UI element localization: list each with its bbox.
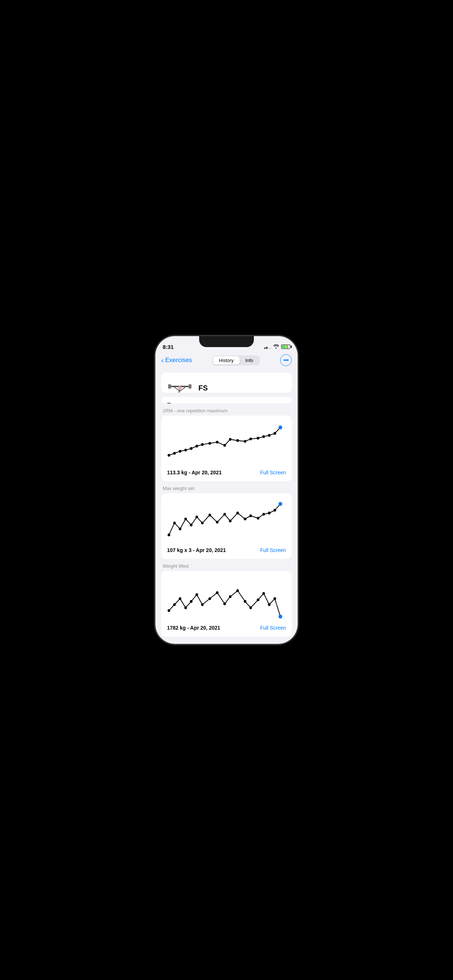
exercise-figure-svg [167, 379, 193, 393]
svg-point-29 [279, 425, 282, 430]
chart-maxweight-svg [167, 499, 286, 543]
svg-point-3 [178, 386, 182, 390]
svg-point-58 [223, 602, 226, 605]
svg-point-60 [236, 589, 239, 592]
svg-point-17 [201, 443, 204, 446]
svg-point-56 [209, 597, 211, 600]
svg-point-47 [274, 509, 276, 512]
phone-screen: 8:31 ⚡ [155, 336, 298, 644]
svg-point-21 [229, 438, 231, 441]
chart-1rm-fullscreen[interactable]: Full Screen [260, 469, 286, 476]
chart-1rm-label: 1RM - one repetition maximum [161, 408, 292, 415]
exercise-header: FS Barbell Front Squat Unpin from Home S… [161, 372, 292, 393]
chart-weightlifted-section: Weight lifted 1782 kg - Apr 20, 2021 Ful… [161, 563, 292, 636]
svg-point-61 [244, 600, 246, 603]
range-value[interactable]: Jan 28, 2021 – Apr 28, 2021 [190, 402, 286, 404]
svg-point-32 [179, 528, 181, 530]
svg-point-23 [244, 440, 246, 443]
svg-point-49 [168, 609, 170, 612]
svg-point-30 [168, 533, 170, 536]
svg-point-26 [262, 435, 265, 438]
notch [199, 336, 254, 347]
svg-point-40 [229, 520, 231, 522]
svg-point-41 [236, 512, 239, 514]
svg-point-15 [190, 447, 193, 450]
svg-rect-1 [168, 384, 171, 389]
svg-point-54 [196, 593, 198, 596]
svg-point-14 [184, 449, 187, 452]
back-button[interactable]: ‹ Exercises [161, 356, 192, 364]
svg-point-16 [196, 445, 198, 448]
chart-maxweight-section: Max weight set 107 kg x 3 - Apr 20, 2021… [161, 485, 292, 559]
svg-point-39 [223, 513, 226, 516]
svg-point-38 [216, 520, 219, 523]
svg-point-53 [190, 600, 193, 603]
svg-point-55 [201, 603, 204, 606]
chart-maxweight-card: 107 kg x 3 - Apr 20, 2021 Full Screen [161, 493, 292, 559]
svg-point-37 [209, 514, 211, 517]
svg-point-59 [229, 595, 231, 598]
svg-point-18 [209, 442, 211, 445]
range-label: Range [167, 402, 184, 404]
status-icons: ⚡ [265, 344, 290, 350]
battery-bolt: ⚡ [284, 345, 288, 348]
svg-point-43 [249, 514, 252, 517]
signal-bars [265, 345, 271, 349]
signal-bar-4 [270, 347, 271, 349]
chart-maxweight-fullscreen[interactable]: Full Screen [260, 547, 286, 553]
svg-point-20 [223, 444, 226, 447]
chart-1rm-footer: 113.3 kg - Apr 20, 2021 Full Screen [167, 469, 286, 476]
tab-info[interactable]: Info [239, 356, 259, 364]
status-time: 8:31 [163, 344, 174, 350]
svg-point-36 [201, 522, 204, 525]
phone-frame: 8:31 ⚡ [155, 336, 298, 644]
chart-1rm-svg [167, 422, 286, 465]
chart-1rm-section: 1RM - one repetition maximum 113.3 kg - … [161, 408, 292, 481]
signal-bar-1 [265, 347, 266, 349]
more-dots-icon: ••• [283, 357, 289, 363]
svg-point-62 [249, 606, 252, 609]
battery-icon: ⚡ [281, 345, 290, 349]
signal-bar-3 [268, 347, 269, 349]
scroll-content[interactable]: FS Barbell Front Squat Unpin from Home S… [155, 368, 298, 644]
chart-maxweight-label: Max weight set [161, 485, 292, 493]
svg-point-35 [196, 515, 198, 519]
range-row: Range Jan 28, 2021 – Apr 28, 2021 [161, 397, 292, 404]
svg-point-22 [236, 439, 239, 442]
svg-point-13 [179, 450, 181, 453]
svg-point-51 [179, 597, 181, 600]
chart-weightlifted-footer: 1782 kg - Apr 20, 2021 Full Screen [167, 625, 286, 631]
svg-point-12 [173, 452, 176, 455]
more-button[interactable]: ••• [280, 355, 292, 366]
svg-point-19 [216, 441, 219, 444]
chart-1rm-card: 113.3 kg - Apr 20, 2021 Full Screen [161, 415, 292, 481]
svg-point-50 [173, 603, 176, 606]
svg-point-66 [274, 597, 276, 600]
svg-point-44 [257, 517, 259, 520]
svg-rect-2 [188, 384, 191, 389]
svg-point-42 [244, 518, 246, 520]
svg-point-34 [190, 523, 193, 527]
back-label: Exercises [165, 356, 192, 364]
exercise-info: FS Barbell Front Squat [167, 379, 286, 393]
chart-maxweight-footer: 107 kg x 3 - Apr 20, 2021 Full Screen [167, 547, 286, 553]
exercise-text: FS Barbell Front Squat [198, 384, 249, 393]
svg-point-63 [257, 598, 259, 601]
svg-point-52 [184, 606, 187, 609]
exercise-name: Barbell Front Squat [198, 392, 249, 393]
chart-weightlifted-svg [167, 577, 286, 620]
svg-point-65 [268, 603, 271, 606]
wifi-icon [273, 344, 279, 350]
chart-weightlifted-fullscreen[interactable]: Full Screen [260, 625, 286, 631]
svg-point-24 [249, 438, 252, 441]
svg-point-46 [268, 512, 271, 514]
chart-weightlifted-label: Weight lifted [161, 563, 292, 571]
svg-point-67 [279, 615, 282, 619]
nav-center: History Info [192, 355, 280, 365]
exercise-abbreviation: FS [198, 384, 249, 392]
svg-point-25 [257, 437, 259, 440]
tab-history[interactable]: History [213, 356, 239, 364]
svg-point-28 [274, 432, 276, 435]
svg-point-48 [279, 502, 282, 506]
chart-weightlifted-card: 1782 kg - Apr 20, 2021 Full Screen [161, 571, 292, 636]
